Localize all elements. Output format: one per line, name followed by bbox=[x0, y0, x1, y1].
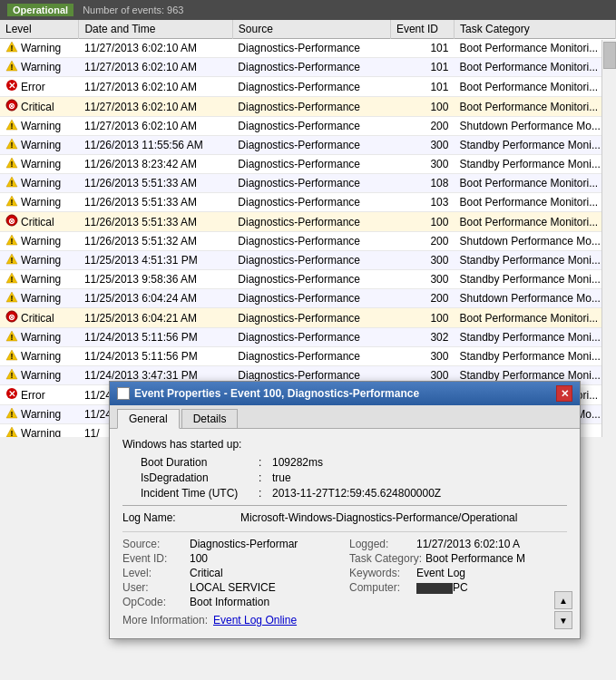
modal-titlebar: Event Properties - Event 100, Diagnostic… bbox=[110, 382, 580, 405]
modal-title-text: Event Properties - Event 100, Diagnostic… bbox=[134, 387, 419, 400]
source-field-row: Source: Diagnostics-Performar bbox=[122, 538, 340, 550]
scroll-up-button[interactable]: ▲ bbox=[554, 591, 572, 609]
task-category-field-label: Task Category: bbox=[349, 552, 422, 565]
opcode-field-label: OpCode: bbox=[122, 596, 186, 608]
incident-time-label: Incident Time (UTC) bbox=[141, 487, 259, 500]
more-info-row: More Information: Event Log Online bbox=[122, 614, 567, 627]
is-degradation-label: IsDegradation bbox=[141, 471, 259, 484]
boot-duration-row: Boot Duration : 109282ms bbox=[141, 456, 567, 469]
modal-scroll-buttons: ▲ ▼ bbox=[554, 591, 572, 629]
event-log-online-link[interactable]: Event Log Online bbox=[213, 614, 297, 627]
boot-duration-label: Boot Duration bbox=[141, 456, 259, 469]
opcode-field-value: Boot Information bbox=[190, 596, 269, 608]
task-category-field-value: Boot Performance M bbox=[425, 552, 525, 565]
logged-field-label: Logged: bbox=[349, 538, 413, 550]
modal-tabs: General Details bbox=[110, 405, 580, 429]
modal-close-button[interactable]: ✕ bbox=[556, 385, 572, 402]
scroll-down-button[interactable]: ▼ bbox=[554, 611, 572, 629]
modal-title-icon bbox=[117, 387, 130, 400]
log-name-label: Log Name: bbox=[122, 511, 240, 524]
user-field-value: LOCAL SERVICE bbox=[190, 581, 276, 594]
computer-field-label: Computer: bbox=[349, 581, 413, 594]
modal-section-title: Windows has started up: bbox=[122, 438, 567, 451]
user-field-label: User: bbox=[122, 581, 186, 594]
is-degradation-row: IsDegradation : true bbox=[141, 471, 567, 484]
log-name-row: Log Name: Microsoft-Windows-Diagnostics-… bbox=[122, 511, 567, 524]
keywords-field-value: Event Log bbox=[416, 567, 465, 579]
computer-redacted bbox=[416, 583, 453, 594]
modal-body: Windows has started up: Boot Duration : … bbox=[110, 429, 580, 638]
task-category-field-row: Task Category: Boot Performance M bbox=[349, 552, 567, 565]
modal-divider bbox=[122, 505, 567, 506]
tab-details[interactable]: Details bbox=[181, 409, 239, 428]
logged-field-value: 11/27/2013 6:02:10 A bbox=[416, 538, 520, 550]
logged-field-row: Logged: 11/27/2013 6:02:10 A bbox=[349, 538, 567, 550]
keywords-field-label: Keywords: bbox=[349, 567, 413, 579]
modal-overlay: Event Properties - Event 100, Diagnostic… bbox=[0, 0, 616, 680]
more-info-label: More Information: bbox=[122, 614, 213, 627]
level-field-row: Level: Critical bbox=[122, 567, 340, 579]
level-field-label: Level: bbox=[122, 567, 186, 579]
log-name-value: Microsoft-Windows-Diagnostics-Performanc… bbox=[240, 511, 517, 524]
incident-time-row: Incident Time (UTC) : 2013-11-27T12:59:4… bbox=[141, 487, 567, 500]
user-field-row: User: LOCAL SERVICE bbox=[122, 581, 340, 594]
computer-field-row: Computer: PC bbox=[349, 581, 567, 594]
keywords-field-row: Keywords: Event Log bbox=[349, 567, 567, 579]
modal-fields-grid: Source: Diagnostics-Performar Logged: 11… bbox=[122, 531, 567, 608]
eventid-field-row: Event ID: 100 bbox=[122, 552, 340, 565]
incident-time-value: 2013-11-27T12:59:45.624800000Z bbox=[272, 487, 441, 500]
tab-general[interactable]: General bbox=[117, 409, 180, 429]
opcode-field-row: OpCode: Boot Information bbox=[122, 596, 340, 608]
level-field-value: Critical bbox=[190, 567, 223, 579]
computer-field-value: PC bbox=[416, 581, 468, 594]
boot-duration-value: 109282ms bbox=[272, 456, 323, 469]
event-properties-modal: Event Properties - Event 100, Diagnostic… bbox=[109, 381, 581, 639]
is-degradation-value: true bbox=[272, 471, 291, 484]
source-field-value: Diagnostics-Performar bbox=[190, 538, 298, 550]
eventid-field-label: Event ID: bbox=[122, 552, 186, 565]
source-field-label: Source: bbox=[122, 538, 186, 550]
eventid-field-value: 100 bbox=[190, 552, 208, 565]
